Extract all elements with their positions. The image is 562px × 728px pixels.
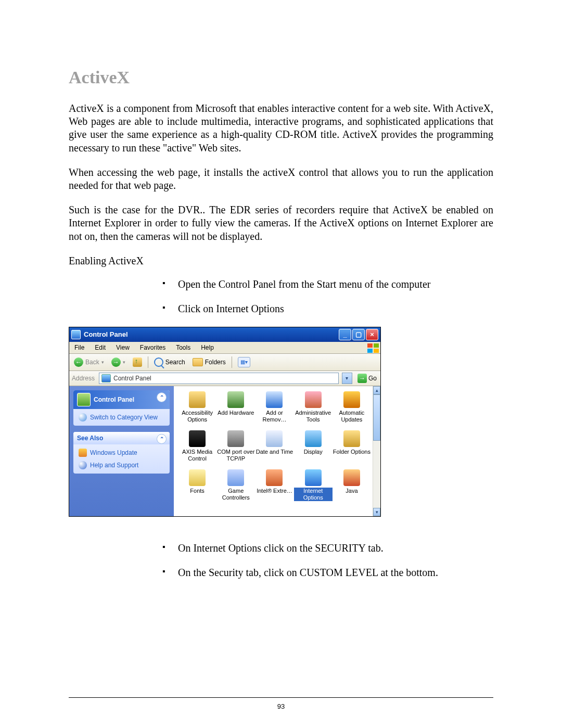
applet-label: Internet Options [294,488,333,501]
help-support-link[interactable]: Help and Support [79,461,164,469]
applet-label: Intel® Extre… [257,488,292,494]
icon-area: Accessibility OptionsAdd HardwareAdd or … [174,386,380,516]
menu-file[interactable]: File [69,342,90,353]
windows-update-icon [79,449,87,457]
back-label: Back [85,359,99,366]
scrollbar[interactable]: ▴ ▾ [373,386,380,516]
menu-view[interactable]: View [111,342,135,353]
maximize-button[interactable]: ▢ [352,329,365,340]
applet-icon [188,391,206,408]
collapse-icon[interactable]: ⌃ [157,392,167,402]
control-panel-item[interactable]: Fonts [178,469,216,508]
control-panel-item[interactable]: Automatic Updates [333,391,371,430]
views-icon: ▦▾ [238,357,250,367]
applet-icon [343,469,361,486]
minimize-button[interactable]: _ [339,329,351,340]
toolbar: ← Back ▾ → ▾ Search Folders ▦▾ [69,354,380,371]
page-footer-rule [69,697,493,698]
close-button[interactable]: × [366,329,378,340]
applet-label: Java [346,488,357,494]
applet-label: Accessibility Options [178,410,216,423]
folders-icon [193,358,203,366]
control-panel-item[interactable]: Internet Options [294,469,333,508]
applet-label: Administrative Tools [294,410,333,423]
back-arrow-icon: ← [74,357,83,367]
control-panel-header-icon [77,393,91,406]
folders-label: Folders [205,359,226,366]
menu-tools[interactable]: Tools [171,342,196,353]
panel-header[interactable]: Control Panel ⌃ [73,390,170,409]
folder-up-icon [133,357,142,367]
menu-favorites[interactable]: Favorites [135,342,171,353]
search-icon [154,357,163,367]
control-panel-item[interactable]: Java [333,469,371,508]
applet-icon [265,469,283,486]
applet-icon [188,469,206,486]
switch-category-view-link[interactable]: Switch to Category View [79,413,164,422]
control-panel-item[interactable]: Folder Options [333,430,371,469]
applet-label: COM port over TCP/IP [216,449,255,462]
applet-label: Automatic Updates [333,410,371,423]
control-panel-window: Control Panel _ ▢ × File Edit View Favor… [69,327,381,517]
up-button[interactable] [130,356,145,368]
applet-icon [227,391,245,408]
instruction-item: Open the Control Panel from the Start me… [162,278,493,291]
applet-label: Game Controllers [216,488,255,501]
paragraph-2: When accessing the web page, it installs… [69,166,493,192]
window-title: Control Panel [84,330,128,338]
menu-help[interactable]: Help [196,342,219,353]
applet-icon [304,391,322,408]
control-panel-icon [71,330,81,339]
link-label: Switch to Category View [90,414,158,421]
views-button[interactable]: ▦▾ [235,356,253,368]
forward-button[interactable]: → ▾ [109,356,128,368]
control-panel-item[interactable]: AXIS Media Control [178,430,216,469]
applet-icon [227,469,245,486]
forward-arrow-icon: → [111,357,121,367]
titlebar[interactable]: Control Panel _ ▢ × [69,327,380,342]
applet-icon [265,391,283,408]
panel-header[interactable]: See Also ⌃ [73,432,170,444]
section-title: ActiveX [69,68,493,87]
applet-icon [304,430,322,447]
chevron-down-icon: ▾ [123,360,125,365]
go-arrow-icon: → [357,374,367,383]
control-panel-panel: Control Panel ⌃ Switch to Category View [73,390,170,426]
menu-edit[interactable]: Edit [90,342,111,353]
panel-title: Control Panel [94,396,134,403]
address-dropdown[interactable]: ▾ [342,373,352,384]
instruction-list-b: On Internet Options click on the SECURIT… [162,542,493,579]
category-view-icon [79,413,87,422]
paragraph-1: ActiveX is a component from Microsoft th… [69,102,493,155]
applet-icon [265,430,283,447]
control-panel-item[interactable]: Add or Remov… [255,391,293,430]
panel-title: See Also [77,435,103,442]
menubar: File Edit View Favorites Tools Help [69,342,380,354]
scroll-up-icon[interactable]: ▴ [373,386,380,394]
go-button[interactable]: → Go [355,374,379,383]
address-bar: Address Control Panel ▾ → Go [69,371,380,386]
divider [232,356,232,368]
control-panel-item[interactable]: Display [294,430,333,469]
control-panel-item[interactable]: Add Hardware [216,391,255,430]
search-button[interactable]: Search [151,356,188,368]
scroll-down-icon[interactable]: ▾ [373,508,380,516]
control-panel-item[interactable]: COM port over TCP/IP [216,430,255,469]
address-field[interactable]: Control Panel [99,373,339,384]
see-also-panel: See Also ⌃ Windows Update Help and Suppo… [73,432,170,474]
control-panel-item[interactable]: Game Controllers [216,469,255,508]
back-button[interactable]: ← Back ▾ [71,356,107,368]
scroll-track[interactable] [373,394,380,508]
windows-update-link[interactable]: Windows Update [79,449,164,457]
address-label: Address [71,375,96,382]
folders-button[interactable]: Folders [190,357,228,367]
control-panel-item[interactable]: Intel® Extre… [255,469,293,508]
instruction-list-a: Open the Control Panel from the Start me… [162,278,493,315]
control-panel-item[interactable]: Date and Time [255,430,293,469]
scroll-thumb[interactable] [373,394,380,441]
control-panel-small-icon [101,374,111,382]
control-panel-item[interactable]: Administrative Tools [294,391,333,430]
collapse-icon[interactable]: ⌃ [157,434,167,444]
link-label: Windows Update [90,449,137,456]
control-panel-item[interactable]: Accessibility Options [178,391,216,430]
